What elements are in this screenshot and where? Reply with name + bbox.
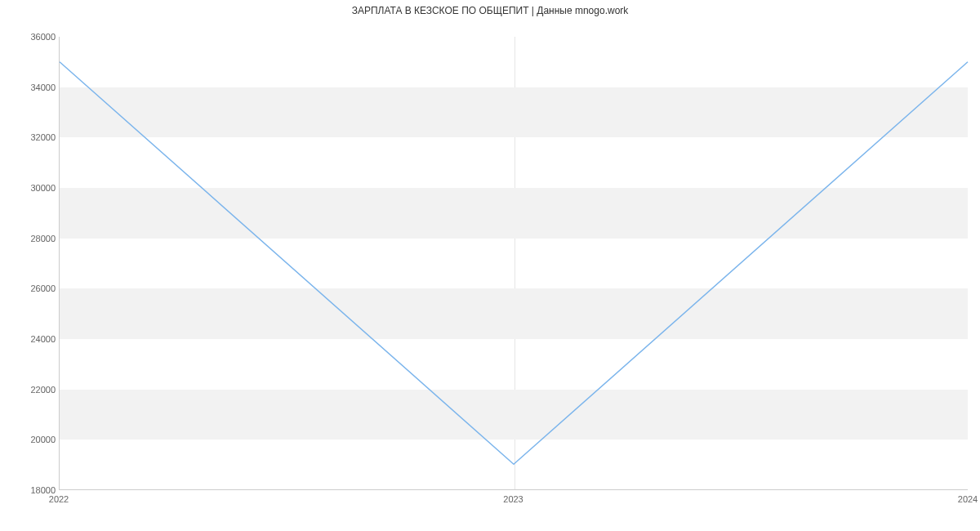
y-tick-label: 32000: [7, 132, 56, 142]
y-tick-label: 28000: [7, 234, 56, 243]
y-tick-label: 20000: [7, 435, 56, 444]
y-tick-label: 34000: [7, 83, 56, 92]
line-layer: [60, 37, 968, 489]
x-tick-label: 2023: [503, 494, 523, 504]
plot-area: [59, 37, 968, 490]
data-series-line: [60, 62, 968, 465]
chart-title: ЗАРПЛАТА В КЕЗСКОЕ ПО ОБЩЕПИТ | Данные m…: [0, 5, 980, 16]
y-tick-label: 26000: [7, 283, 56, 293]
x-tick-label: 2024: [958, 494, 978, 504]
y-tick-label: 30000: [7, 183, 56, 193]
x-tick-label: 2022: [49, 494, 69, 504]
y-tick-label: 24000: [7, 334, 56, 344]
y-tick-label: 22000: [7, 385, 56, 395]
y-tick-label: 36000: [7, 32, 56, 42]
chart-container: ЗАРПЛАТА В КЕЗСКОЕ ПО ОБЩЕПИТ | Данные m…: [0, 0, 980, 531]
